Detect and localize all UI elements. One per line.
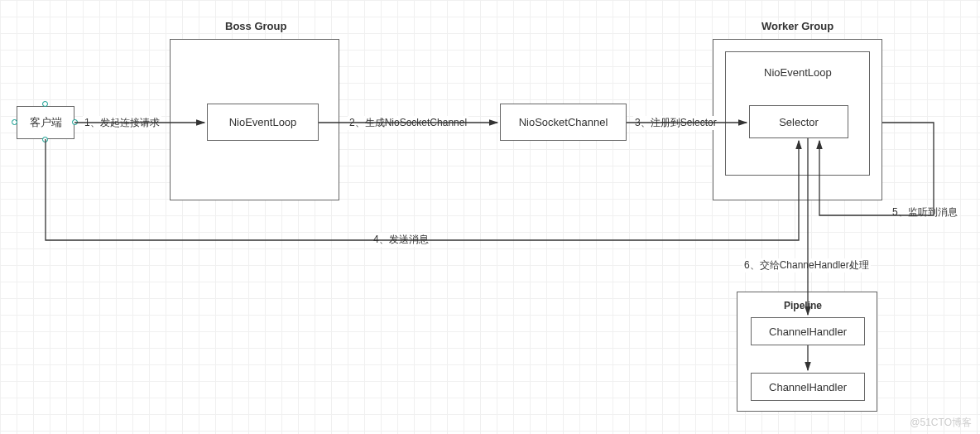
channelhandler1-box: ChannelHandler <box>751 317 865 345</box>
boss-group-title: Boss Group <box>225 20 286 32</box>
edge4-label: 4、发送消息 <box>372 233 430 247</box>
selector-label: Selector <box>779 116 819 128</box>
niosocketchannel-box: NioSocketChannel <box>500 104 627 141</box>
selection-handle-right[interactable] <box>72 119 78 125</box>
boss-nioeventloop-box: NioEventLoop <box>207 104 319 141</box>
edge1-label: 1、发起连接请求 <box>83 116 161 130</box>
pipeline-title: Pipeline <box>782 300 824 311</box>
niosocketchannel-label: NioSocketChannel <box>519 116 608 128</box>
boss-nioeventloop-label: NioEventLoop <box>229 116 297 128</box>
channelhandler2-box: ChannelHandler <box>751 373 865 401</box>
client-box: 客户端 <box>17 106 74 139</box>
edge2-label: 2、生成NioSocketChannel <box>348 116 468 130</box>
selector-box: Selector <box>749 105 848 138</box>
selection-handle-bottom[interactable] <box>42 137 48 142</box>
channelhandler2-label: ChannelHandler <box>769 381 847 393</box>
worker-group-title: Worker Group <box>761 20 833 32</box>
selection-handle-left[interactable] <box>12 119 17 125</box>
channelhandler1-label: ChannelHandler <box>769 326 847 338</box>
edge3-label: 3、注册到Selector <box>633 116 718 130</box>
worker-nioeventloop-title: NioEventLoop <box>762 66 833 79</box>
watermark: @51CTO博客 <box>910 416 972 430</box>
client-label: 客户端 <box>30 115 62 130</box>
selection-handle-top[interactable] <box>42 101 48 107</box>
edge5-label: 5、监听到消息 <box>891 205 959 219</box>
edge6-label: 6、交给ChanneHandler处理 <box>742 258 871 272</box>
